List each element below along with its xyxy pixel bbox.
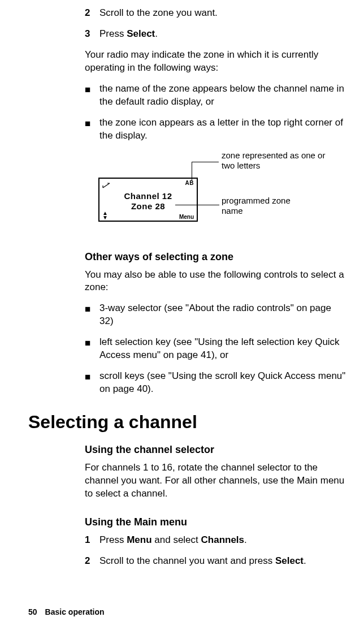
step-text: Scroll to the channel you want and press… [99, 555, 347, 568]
bold-select: Select [275, 555, 304, 566]
square-bullet-icon: ■ [85, 336, 99, 362]
zone-letters: AB [185, 180, 194, 186]
bullet-text: 3-way selector (see "About the radio con… [99, 302, 347, 328]
step-text: Press Select. [99, 28, 347, 41]
square-bullet-icon: ■ [85, 83, 99, 109]
channel-name: Channel 12 [99, 191, 197, 201]
text-fragment: Scroll to the channel you want and press [99, 555, 275, 566]
paragraph: Your radio may indicate the zone in whic… [85, 49, 347, 75]
menu-label: Menu [179, 214, 194, 220]
step-text-post: . [155, 28, 158, 39]
text-fragment: and select [152, 534, 201, 545]
subheading: Using the Main menu [85, 516, 347, 528]
step-text-pre: Press [99, 28, 127, 39]
bullet-item: ■ the name of the zone appears below the… [85, 83, 347, 109]
step-text: Scroll to the zone you want. [99, 7, 347, 20]
page-number: 50 [28, 607, 37, 616]
step-number: 2 [85, 7, 99, 20]
bullet-item: ■ left selection key (see "Using the lef… [85, 336, 347, 362]
page-footer: 50Basic operation [28, 607, 105, 616]
callout-connector [175, 205, 219, 205]
bold-menu: Menu [127, 534, 151, 545]
step-number: 3 [85, 28, 99, 41]
square-bullet-icon: ■ [85, 302, 99, 328]
step-text: Press Menu and select Channels. [99, 534, 347, 547]
signal-icon [102, 180, 110, 191]
bullet-text: the name of the zone appears below the c… [99, 83, 347, 109]
step-number: 1 [85, 534, 99, 547]
bullet-text: the zone icon appears as a letter in the… [99, 116, 347, 143]
callout-text: zone represented as one or two letters [222, 150, 335, 171]
text-fragment: . [244, 534, 247, 545]
section-name: Basic operation [45, 607, 105, 616]
bullet-text: left selection key (see "Using the left … [99, 336, 347, 362]
text-fragment: . [304, 555, 306, 566]
square-bullet-icon: ■ [85, 116, 99, 143]
bullet-text: scroll keys (see "Using the scroll key Q… [99, 370, 347, 396]
bold-channels: Channels [201, 534, 245, 545]
bullet-item: ■ the zone icon appears as a letter in t… [85, 116, 347, 143]
step-item: 3 Press Select. [85, 28, 347, 41]
callout-connector [192, 162, 192, 181]
text-fragment: Press [99, 534, 127, 545]
callout-text: programmed zone name [222, 196, 306, 216]
radio-display-illustration: AB Channel 12 Zone 28 ▲▼ Menu zone repre… [98, 150, 347, 235]
heading-1: Selecting a channel [28, 412, 347, 433]
paragraph: For channels 1 to 16, rotate the channel… [85, 461, 347, 500]
paragraph: You may also be able to use the followin… [85, 269, 347, 295]
bullet-item: ■ scroll keys (see "Using the scroll key… [85, 370, 347, 396]
bold-select: Select [127, 28, 155, 39]
zone-name: Zone 28 [99, 201, 197, 211]
callout-connector [192, 162, 219, 162]
bullet-item: ■ 3-way selector (see "About the radio c… [85, 302, 347, 328]
updown-icon: ▲▼ [102, 211, 108, 220]
step-item: 2 Scroll to the zone you want. [85, 7, 347, 20]
subheading: Other ways of selecting a zone [85, 251, 347, 263]
radio-lcd-screen: AB Channel 12 Zone 28 ▲▼ Menu [98, 178, 198, 222]
step-item: 2 Scroll to the channel you want and pre… [85, 555, 347, 568]
step-number: 2 [85, 555, 99, 568]
subheading: Using the channel selector [85, 444, 347, 456]
step-item: 1 Press Menu and select Channels. [85, 534, 347, 547]
square-bullet-icon: ■ [85, 370, 99, 396]
